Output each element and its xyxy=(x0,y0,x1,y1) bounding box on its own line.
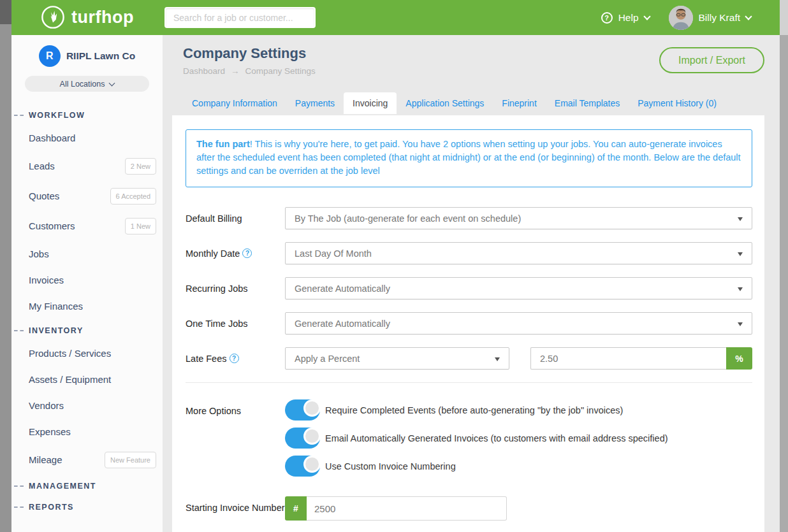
main-content: Company Settings Dashboard → Company Set… xyxy=(163,35,780,532)
recurring-jobs-row: Recurring Jobs Generate Automatically xyxy=(186,277,752,299)
sidebar-item-dashboard[interactable]: Dashboard xyxy=(11,132,163,145)
late-fee-amount-group: % xyxy=(530,347,752,370)
sidebar-nav: WORKFLOW Dashboard Leads 2 New Quotes 6 … xyxy=(11,111,163,512)
chevron-down-icon xyxy=(745,13,752,20)
breadcrumb-dashboard[interactable]: Dashboard xyxy=(183,66,225,76)
select-caret-icon xyxy=(738,322,743,326)
breadcrumb-arrow-icon: → xyxy=(231,66,240,76)
require-completed-events-label: Require Completed Events (before auto-ge… xyxy=(325,405,623,415)
logo-text: turfhop xyxy=(71,8,134,27)
select-caret-icon xyxy=(738,217,743,221)
breadcrumb: Dashboard → Company Settings xyxy=(183,66,316,76)
select-caret-icon xyxy=(738,252,743,256)
import-export-button[interactable]: Import / Export xyxy=(659,47,764,73)
mileage-badge: New Feature xyxy=(105,452,156,468)
sidebar-item-products-services[interactable]: Products / Services xyxy=(11,347,163,360)
section-dash-icon xyxy=(14,330,24,331)
starting-invoice-number-row: Starting Invoice Number # xyxy=(186,496,752,521)
recurring-jobs-select[interactable]: Generate Automatically xyxy=(285,277,752,299)
tab-email-templates[interactable]: Email Templates xyxy=(546,92,629,114)
user-name: Billy Kraft xyxy=(699,12,740,24)
turfhop-logo[interactable]: turfhop xyxy=(41,5,134,29)
one-time-jobs-row: One Time Jobs Generate Automatically xyxy=(186,312,752,334)
one-time-jobs-select[interactable]: Generate Automatically xyxy=(285,312,752,334)
starting-invoice-number-group: # xyxy=(285,496,507,521)
customers-badge: 1 New xyxy=(125,218,156,234)
info-notice: The fun part! This is why you're here, t… xyxy=(186,129,752,187)
monthly-date-help-icon[interactable]: ? xyxy=(242,248,252,258)
left-window-edge xyxy=(0,0,11,532)
section-dash-icon xyxy=(14,485,24,487)
avatar xyxy=(669,6,693,30)
topbar-right: ? Help Billy Kraft xyxy=(601,0,751,35)
page-title: Company Settings xyxy=(183,45,306,62)
tab-payments[interactable]: Payments xyxy=(286,92,344,114)
chevron-down-icon xyxy=(109,80,115,86)
topbar: turfhop ? Help xyxy=(0,0,788,35)
section-dash-icon xyxy=(14,507,24,508)
default-billing-select[interactable]: By The Job (auto-generate for each event… xyxy=(285,207,752,229)
sidebar-item-vendors[interactable]: Vendors xyxy=(11,399,163,412)
email-generated-invoices-toggle[interactable] xyxy=(285,428,320,449)
sidebar-item-jobs[interactable]: Jobs xyxy=(11,248,163,261)
section-dash-icon xyxy=(14,115,24,116)
turfhop-grass-icon xyxy=(41,5,65,29)
monthly-date-select[interactable]: Last Day Of Month xyxy=(285,242,752,264)
toggle-row-custom-invoice-numbering: Use Custom Invoice Numbering xyxy=(285,456,752,477)
info-notice-text: ! This is why you're here, to get paid. … xyxy=(196,139,741,176)
late-fee-amount-input[interactable] xyxy=(530,347,726,370)
recurring-jobs-label: Recurring Jobs xyxy=(186,277,285,299)
sidebar-item-customers[interactable]: Customers 1 New xyxy=(11,218,163,234)
custom-invoice-numbering-toggle[interactable] xyxy=(285,456,320,477)
section-header-management[interactable]: MANAGEMENT xyxy=(11,482,163,491)
locations-dropdown[interactable]: All Locations xyxy=(25,76,149,92)
toggle-knob xyxy=(303,428,321,445)
tab-payment-history[interactable]: Payment History (0) xyxy=(629,92,726,114)
company-switcher[interactable]: R RIIPL Lawn Co xyxy=(11,45,163,67)
monthly-date-label: Monthly Date? xyxy=(186,242,285,264)
vertical-scrollbar[interactable] xyxy=(780,0,788,532)
company-name: RIIPL Lawn Co xyxy=(66,50,135,62)
late-fees-help-icon[interactable]: ? xyxy=(230,354,239,363)
section-header-inventory: INVENTORY xyxy=(11,326,163,335)
tab-fineprint[interactable]: Fineprint xyxy=(493,92,545,114)
chevron-down-icon xyxy=(643,13,650,20)
sidebar-item-my-finances[interactable]: My Finances xyxy=(11,300,163,313)
sidebar-item-expenses[interactable]: Expenses xyxy=(11,426,163,438)
tab-invoicing[interactable]: Invoicing xyxy=(344,92,397,114)
user-menu[interactable]: Billy Kraft xyxy=(669,6,751,30)
breadcrumb-company-settings: Company Settings xyxy=(245,66,316,76)
help-menu[interactable]: ? Help xyxy=(601,12,650,24)
sidebar-item-assets-equipment[interactable]: Assets / Equipment xyxy=(11,373,163,386)
sidebar-item-quotes[interactable]: Quotes 6 Accepted xyxy=(11,188,163,205)
help-question-icon: ? xyxy=(601,12,613,24)
section-header-workflow: WORKFLOW xyxy=(11,111,163,120)
help-label: Help xyxy=(618,12,639,24)
toggle-knob xyxy=(303,399,321,417)
require-completed-events-toggle[interactable] xyxy=(285,399,320,421)
sidebar: R RIIPL Lawn Co All Locations WORKFLOW D… xyxy=(11,35,163,532)
company-initial-badge: R xyxy=(39,45,61,67)
section-header-reports[interactable]: REPORTS xyxy=(11,503,163,512)
late-fees-select[interactable]: Apply a Percent xyxy=(285,347,509,370)
locations-label: All Locations xyxy=(60,80,105,89)
hash-addon: # xyxy=(285,496,307,521)
sidebar-item-leads[interactable]: Leads 2 New xyxy=(11,158,163,175)
starting-invoice-number-label: Starting Invoice Number xyxy=(186,496,285,521)
info-notice-lead: The fun part xyxy=(196,139,250,149)
starting-invoice-number-input[interactable] xyxy=(307,496,507,521)
custom-invoice-numbering-label: Use Custom Invoice Numbering xyxy=(325,461,456,471)
section-divider xyxy=(186,382,752,383)
more-options-toggles: Require Completed Events (before auto-ge… xyxy=(285,399,752,484)
select-caret-icon xyxy=(495,357,500,361)
search-input[interactable] xyxy=(164,7,316,28)
percent-addon: % xyxy=(726,347,752,370)
sidebar-item-invoices[interactable]: Invoices xyxy=(11,274,163,287)
late-fees-row: Late Fees? Apply a Percent % xyxy=(186,347,752,370)
toggle-row-email-generated-invoices: Email Automatically Generated Invoices (… xyxy=(285,428,752,449)
default-billing-label: Default Billing xyxy=(186,207,285,229)
sidebar-item-mileage[interactable]: Mileage New Feature xyxy=(11,452,163,468)
select-caret-icon xyxy=(738,287,743,291)
tab-company-information[interactable]: Company Information xyxy=(183,92,286,114)
tab-application-settings[interactable]: Application Settings xyxy=(397,92,493,114)
